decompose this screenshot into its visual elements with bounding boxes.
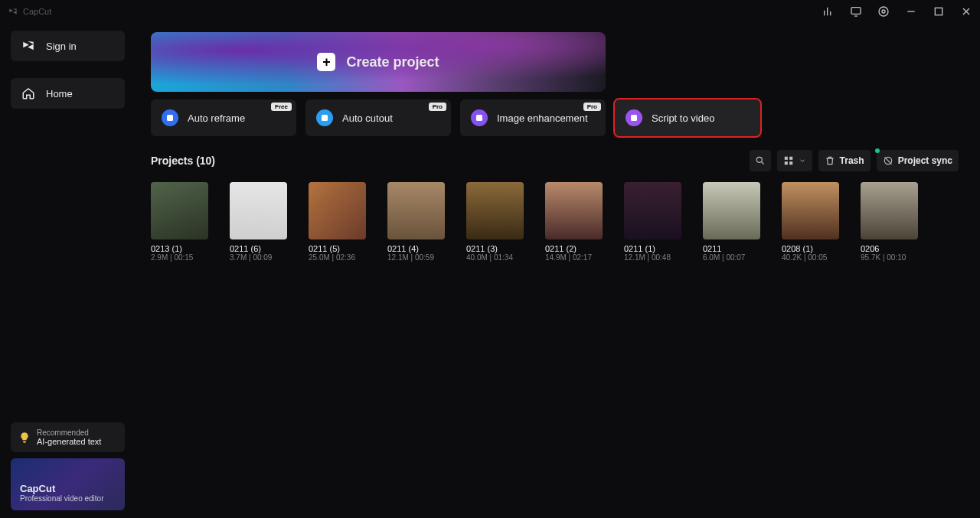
project-item[interactable]: 0211 (1)12.1M | 00:48	[624, 182, 681, 262]
svg-rect-11	[784, 161, 787, 165]
feature-label: Auto reframe	[188, 112, 245, 124]
project-thumbnail	[309, 182, 366, 239]
project-name: 0213 (1)	[151, 244, 208, 253]
project-thumbnail	[861, 182, 918, 239]
grid-icon	[783, 155, 794, 166]
signin-icon	[21, 39, 35, 53]
content: + Create project FreeAuto reframeProAuto…	[136, 23, 980, 518]
feature-reframe[interactable]: FreeAuto reframe	[151, 99, 296, 136]
titlebar: CapCut	[0, 0, 980, 23]
sync-label: Project sync	[898, 155, 952, 166]
project-item[interactable]: 0211 (3)40.0M | 01:34	[466, 182, 524, 262]
project-meta: 25.0M | 02:36	[309, 253, 366, 262]
create-project-button[interactable]: + Create project	[151, 32, 606, 92]
project-item[interactable]: 0213 (1)2.9M | 00:15	[151, 182, 208, 262]
trash-button[interactable]: Trash	[818, 150, 871, 171]
script-icon	[626, 109, 642, 126]
project-meta: 95.7K | 00:10	[861, 253, 918, 262]
cutout-icon	[316, 109, 333, 126]
project-name: 0211 (2)	[545, 244, 603, 253]
search-button[interactable]	[750, 150, 771, 171]
project-item[interactable]: 020695.7K | 00:10	[861, 182, 918, 262]
promo-card[interactable]: CapCut Professional video editor	[11, 458, 125, 510]
home-button[interactable]: Home	[11, 78, 125, 109]
project-meta: 14.9M | 02:17	[545, 253, 603, 262]
promo-title: CapCut	[20, 483, 116, 494]
project-thumbnail	[703, 182, 760, 239]
badge: Free	[271, 103, 292, 111]
lightbulb-icon	[18, 432, 31, 444]
recommended-card[interactable]: Recommended AI-generated text	[11, 422, 125, 452]
feature-enhance[interactable]: ProImage enhancement	[460, 99, 606, 136]
app-logo-icon	[8, 6, 18, 17]
app-brand: CapCut	[8, 6, 51, 17]
svg-rect-7	[631, 115, 637, 121]
recommended-tag: Recommended	[37, 428, 101, 437]
svg-point-8	[756, 157, 762, 162]
project-thumbnail	[624, 182, 681, 239]
project-item[interactable]: 0211 (6)3.7M | 00:09	[230, 182, 287, 262]
project-name: 0208 (1)	[782, 244, 839, 253]
project-name: 0211 (4)	[387, 244, 445, 253]
project-item[interactable]: 0208 (1)40.2K | 00:05	[782, 182, 839, 262]
svg-rect-12	[789, 161, 792, 165]
recommended-text: AI-generated text	[37, 437, 101, 446]
project-meta: 2.9M | 00:15	[151, 253, 208, 262]
home-label: Home	[46, 88, 73, 99]
project-name: 0211 (5)	[309, 244, 366, 253]
project-item[interactable]: 0211 (2)14.9M | 02:17	[545, 182, 603, 262]
project-sync-button[interactable]: Project sync	[877, 150, 959, 171]
badge: Pro	[429, 103, 446, 111]
svg-rect-5	[322, 115, 328, 121]
project-meta: 40.0M | 01:34	[466, 253, 524, 262]
project-item[interactable]: 0211 (4)12.1M | 00:59	[387, 182, 445, 262]
svg-rect-6	[476, 115, 482, 121]
feature-script[interactable]: Script to video	[615, 99, 760, 136]
feature-cutout[interactable]: ProAuto cutout	[305, 99, 451, 136]
feature-label: Auto cutout	[342, 112, 393, 124]
create-label: Create project	[346, 54, 439, 70]
settings-icon[interactable]	[877, 5, 890, 18]
svg-rect-0	[851, 8, 861, 15]
stats-icon[interactable]	[822, 5, 835, 18]
plus-icon: +	[317, 53, 335, 71]
app-name: CapCut	[23, 7, 51, 16]
promo-subtitle: Professional video editor	[20, 494, 116, 503]
project-name: 0211 (1)	[624, 244, 681, 253]
projects-title: Projects (10)	[151, 155, 215, 167]
project-name: 0211 (3)	[466, 244, 524, 253]
project-meta: 3.7M | 00:09	[230, 253, 287, 262]
project-grid: 0213 (1)2.9M | 00:150211 (6)3.7M | 00:09…	[151, 182, 959, 262]
view-toggle-button[interactable]	[777, 150, 812, 171]
project-meta: 12.1M | 00:48	[624, 253, 681, 262]
svg-point-2	[879, 7, 888, 16]
feedback-icon[interactable]	[850, 5, 862, 18]
projects-header: Projects (10) Trash Project sync	[151, 150, 959, 171]
project-meta: 40.2K | 00:05	[782, 253, 839, 262]
svg-rect-10	[789, 157, 792, 160]
svg-rect-3	[935, 8, 942, 15]
project-meta: 12.1M | 00:59	[387, 253, 445, 262]
project-thumbnail	[230, 182, 287, 239]
project-item[interactable]: 0211 (5)25.0M | 02:36	[309, 182, 366, 262]
svg-rect-9	[784, 157, 787, 160]
sync-icon	[883, 155, 893, 166]
close-icon[interactable]	[960, 5, 972, 18]
sidebar: Sign in Home Recommended AI-generated te…	[0, 23, 136, 518]
feature-row: FreeAuto reframeProAuto cutoutProImage e…	[151, 99, 959, 136]
badge: Pro	[583, 103, 601, 111]
trash-icon	[825, 155, 835, 166]
project-item[interactable]: 02116.0M | 00:07	[703, 182, 760, 262]
svg-point-1	[882, 10, 885, 13]
chevron-down-icon	[799, 155, 806, 166]
home-icon	[21, 86, 35, 100]
svg-rect-4	[167, 115, 173, 121]
project-thumbnail	[387, 182, 445, 239]
search-icon	[755, 155, 766, 166]
minimize-icon[interactable]	[905, 5, 917, 18]
reframe-icon	[162, 109, 178, 126]
maximize-icon[interactable]	[933, 5, 945, 18]
project-thumbnail	[782, 182, 839, 239]
enhance-icon	[471, 109, 488, 126]
signin-button[interactable]: Sign in	[11, 31, 125, 61]
